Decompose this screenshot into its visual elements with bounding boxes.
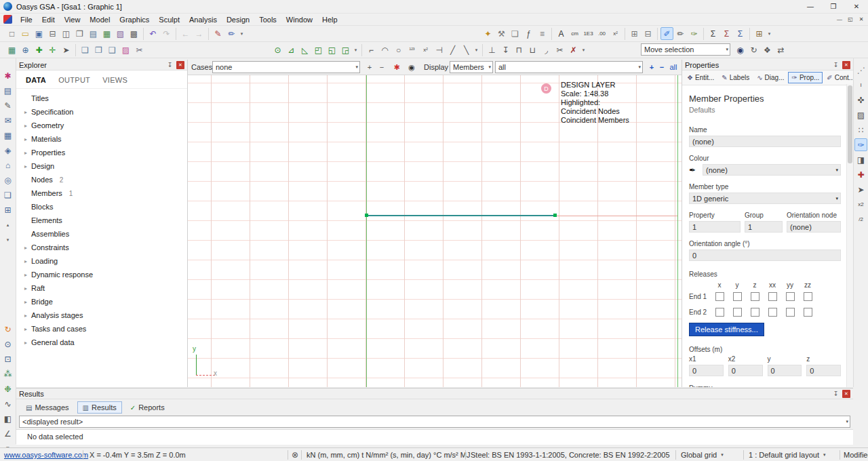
tree-item-blocks[interactable]: Blocks <box>16 200 187 214</box>
display-remove-button[interactable]: − <box>656 62 667 73</box>
mail-icon[interactable]: ✉ <box>1 114 14 127</box>
close-icon[interactable]: ✕ <box>842 390 850 398</box>
group-field[interactable]: 1 <box>745 221 783 233</box>
grid-lines-icon[interactable]: ⊟ <box>642 27 654 40</box>
release-checkbox[interactable] <box>715 308 724 317</box>
release-stiffness-button[interactable]: Release stiffness... <box>689 323 764 336</box>
pointer-icon[interactable]: ➤ <box>854 183 867 196</box>
report-view-icon[interactable]: ▩ <box>127 27 140 40</box>
axes-icon[interactable]: ⊣ <box>433 43 446 56</box>
sum-envelope-icon[interactable]: Σ <box>720 27 733 40</box>
add-2d-element-icon[interactable]: ◰ <box>312 43 325 56</box>
close-button[interactable]: ✕ <box>845 0 868 14</box>
hatch-icon[interactable]: ▨ <box>854 108 867 121</box>
sculpt-tool-icon[interactable]: ✎ <box>1 99 14 112</box>
node-marker[interactable] <box>553 214 557 217</box>
print-preview-icon[interactable]: ◫ <box>60 27 73 40</box>
expand-arrow-icon[interactable]: ▸ <box>20 285 31 292</box>
expand-arrow-icon[interactable]: ▸ <box>20 163 31 169</box>
paint-icon[interactable]: ✑ <box>854 138 867 151</box>
tab-output[interactable]: OUTPUT <box>58 76 90 84</box>
tag-icon[interactable]: ❏ <box>1 188 14 201</box>
orientation-node-field[interactable]: (none) <box>787 221 841 233</box>
offset-x1-field[interactable]: 0 <box>689 365 724 376</box>
menu-graphics[interactable]: Graphics <box>115 14 154 26</box>
member-type-dropdown[interactable]: 1D generic▾ <box>689 193 841 204</box>
filter-elements-icon[interactable]: ❐ <box>92 43 105 56</box>
expand-arrow-icon[interactable]: ▸ <box>20 299 31 305</box>
tree-item-geometry[interactable]: ▸Geometry <box>16 119 187 132</box>
menu-tools[interactable]: Tools <box>254 14 281 26</box>
expand-arrow-icon[interactable]: ▸ <box>20 109 31 115</box>
expand-arrow-icon[interactable]: ▸ <box>20 326 31 332</box>
tree-item-titles[interactable]: Titles <box>16 92 187 105</box>
molecule-icon[interactable]: ❉ <box>1 382 14 395</box>
scale-selection-icon[interactable]: ❖ <box>761 43 774 56</box>
grid-selector[interactable]: Global grid▾ <box>681 448 724 461</box>
tree-item-nodes[interactable]: Nodes2 <box>16 173 187 186</box>
pin-labels-icon[interactable]: ✜ <box>854 94 867 106</box>
property-field[interactable]: 1 <box>689 221 741 233</box>
node-marker[interactable] <box>365 214 368 217</box>
expand-arrow-icon[interactable]: ▸ <box>20 258 31 264</box>
scale-up-icon[interactable]: x2 <box>854 198 867 211</box>
design-layer-badge[interactable]: D <box>541 83 551 94</box>
scale-down-icon[interactable]: /2 <box>854 213 867 226</box>
dots-icon[interactable]: ∷ <box>854 123 867 136</box>
chart-icon[interactable]: ▦ <box>1 129 14 142</box>
copy-icon[interactable]: ❐ <box>73 27 86 40</box>
grid-layout-selector[interactable]: 1 : Default grid layout▾ <box>749 448 825 461</box>
menu-window[interactable]: Window <box>281 14 317 26</box>
scrollbar-thumb[interactable] <box>848 85 852 163</box>
release-checkbox[interactable] <box>751 308 760 317</box>
back-icon[interactable]: ← <box>179 27 192 40</box>
drag-handle-icon[interactable]: ⋰ <box>854 64 867 77</box>
orientation-angle-field[interactable]: 0 <box>689 249 841 261</box>
print-icon[interactable]: ⊟ <box>46 27 59 40</box>
snap-perpendicular-icon[interactable]: ⊥ <box>486 43 498 56</box>
flip-selection-icon[interactable]: ⇄ <box>774 43 787 56</box>
offset-x2-field[interactable]: 0 <box>728 365 763 376</box>
layers-icon[interactable]: ◧ <box>1 412 14 425</box>
display-add-button[interactable]: + <box>646 62 657 73</box>
line-menu-icon[interactable]: ▾ <box>473 43 479 56</box>
table-edit-menu-icon[interactable]: ▾ <box>766 27 772 40</box>
align-icon[interactable]: ≡ <box>536 27 549 40</box>
zoom-window-icon[interactable]: ⊡ <box>1 353 14 365</box>
menu-help[interactable]: Help <box>317 14 342 26</box>
child-minimize-button[interactable]: — <box>834 14 845 24</box>
new-file-icon[interactable]: □ <box>5 27 18 40</box>
line-join-icon[interactable]: ╲ <box>460 43 473 56</box>
expand-arrow-icon[interactable]: ▸ <box>20 272 31 278</box>
member-line[interactable] <box>366 215 555 216</box>
cases-dropdown[interactable]: none ▾ <box>212 61 360 73</box>
protractor-icon[interactable]: ∠ <box>1 427 14 440</box>
undo-icon[interactable]: ↶ <box>146 27 159 40</box>
menu-analysis[interactable]: Analysis <box>184 14 222 26</box>
properties-tab-contours[interactable]: ✐Cont... <box>823 72 853 83</box>
release-checkbox[interactable] <box>768 308 777 317</box>
add-point-icon[interactable]: ✚ <box>33 43 45 56</box>
collapse-down-icon[interactable]: ▾ <box>5 233 11 246</box>
close-icon[interactable]: ✕ <box>842 61 850 69</box>
results-tab-messages[interactable]: ▤Messages <box>20 401 75 414</box>
case-plus-button[interactable]: + <box>364 62 375 73</box>
add-label-icon[interactable]: ✚ <box>854 168 867 181</box>
display-filter-dropdown[interactable]: all ▾ <box>495 61 643 73</box>
wand-icon[interactable]: ✦ <box>481 27 494 40</box>
tree-item-general-data[interactable]: ▸General data <box>16 336 187 349</box>
tree-item-properties[interactable]: ▸Properties <box>16 146 187 159</box>
release-checkbox[interactable] <box>768 292 777 301</box>
menu-model[interactable]: Model <box>85 14 115 26</box>
globe-icon[interactable]: ◉ <box>734 43 747 56</box>
section-display-icon[interactable]: I <box>854 79 867 92</box>
add-node-icon[interactable]: ⊙ <box>271 43 284 56</box>
tree-item-bridge[interactable]: ▸Bridge <box>16 295 187 308</box>
select-grid-icon[interactable]: ▦ <box>5 43 18 56</box>
expand-arrow-icon[interactable]: ▸ <box>20 245 31 251</box>
font-icon[interactable]: A <box>555 27 568 40</box>
tab-data[interactable]: DATA <box>26 76 46 84</box>
display-all-link[interactable]: all <box>667 62 680 73</box>
add-2d-member-icon[interactable]: ◱ <box>326 43 338 56</box>
highlighter-icon[interactable]: ✐ <box>660 27 673 40</box>
